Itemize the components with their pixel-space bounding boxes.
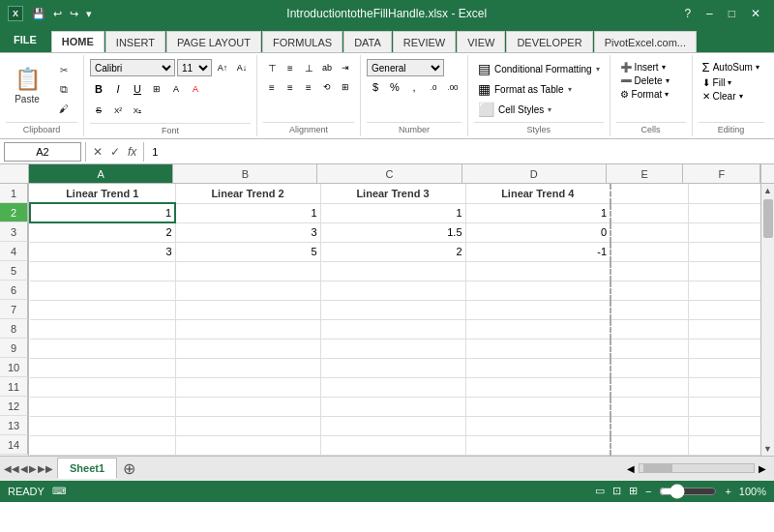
row-header-8[interactable]: 8: [0, 319, 28, 339]
cell-5-C[interactable]: [320, 261, 465, 281]
cell-7-F[interactable]: [688, 300, 760, 319]
tab-page-layout[interactable]: PAGE LAYOUT: [166, 31, 261, 52]
zoom-out-button[interactable]: −: [645, 486, 651, 497]
format-painter-button[interactable]: 🖌: [50, 100, 77, 117]
cell-13-D[interactable]: [465, 416, 610, 435]
cancel-formula-button[interactable]: ✕: [90, 145, 105, 159]
cell-14-D[interactable]: [465, 435, 610, 455]
cell-12-A[interactable]: [30, 397, 175, 416]
cell-4-E[interactable]: [610, 242, 688, 261]
cell-2-A[interactable]: 1: [30, 203, 175, 222]
cell-12-D[interactable]: [465, 397, 610, 416]
row-header-2[interactable]: 2: [0, 203, 28, 222]
cell-14-B[interactable]: [175, 435, 320, 455]
last-sheet-button[interactable]: ▶▶: [38, 463, 53, 474]
confirm-formula-button[interactable]: ✓: [107, 145, 123, 159]
h-scroll-thumb[interactable]: [643, 464, 672, 472]
strikethrough-button[interactable]: S: [90, 102, 107, 119]
cell-13-B[interactable]: [175, 416, 320, 435]
cell-5-F[interactable]: [688, 261, 760, 281]
tab-formulas[interactable]: FORMULAS: [262, 31, 342, 52]
cell-6-E[interactable]: [610, 281, 688, 300]
align-top-button[interactable]: ⊤: [263, 59, 281, 76]
cell-10-C[interactable]: [320, 358, 465, 377]
add-sheet-button[interactable]: ⊕: [117, 459, 141, 478]
row-header-12[interactable]: 12: [0, 397, 28, 416]
insert-button[interactable]: ➕ Insert ▾: [616, 61, 673, 74]
col-header-d[interactable]: D: [462, 164, 607, 184]
col-header-f[interactable]: F: [683, 164, 760, 184]
h-scroll-track[interactable]: [639, 463, 755, 473]
align-left-button[interactable]: ≡: [263, 78, 281, 96]
col-header-e[interactable]: E: [607, 164, 684, 184]
percent-button[interactable]: %: [386, 78, 403, 96]
align-right-button[interactable]: ≡: [300, 78, 317, 96]
cell-3-E[interactable]: [610, 222, 688, 242]
cell-8-D[interactable]: [465, 319, 610, 339]
paste-button[interactable]: 📋 Paste: [6, 57, 48, 113]
font-color-button[interactable]: A: [187, 80, 204, 98]
cell-4-C[interactable]: 2: [320, 242, 465, 261]
bold-button[interactable]: B: [90, 80, 107, 98]
cell-9-B[interactable]: [175, 339, 320, 358]
cell-11-A[interactable]: [30, 377, 175, 397]
cell-3-D[interactable]: 0: [465, 222, 610, 242]
row-header-3[interactable]: 3: [0, 222, 28, 242]
cell-11-C[interactable]: [320, 377, 465, 397]
cell-1-A[interactable]: Linear Trend 1: [30, 184, 175, 203]
autosum-button[interactable]: Σ AutoSum ▾: [699, 59, 763, 75]
row-header-7[interactable]: 7: [0, 300, 28, 319]
font-name-select[interactable]: Calibri: [90, 59, 175, 76]
next-sheet-button[interactable]: ▶: [29, 463, 37, 474]
cell-6-F[interactable]: [688, 281, 760, 300]
increase-decimal-button[interactable]: .0: [425, 78, 442, 96]
name-box[interactable]: [4, 142, 81, 162]
cell-7-C[interactable]: [320, 300, 465, 319]
delete-button[interactable]: ➖ Delete ▾: [616, 74, 673, 87]
scroll-track[interactable]: [761, 197, 774, 442]
view-layout-button[interactable]: ⊡: [612, 485, 621, 497]
wrap-text-button[interactable]: ⟲: [318, 78, 336, 96]
cell-7-A[interactable]: [30, 300, 175, 319]
cell-9-F[interactable]: [688, 339, 760, 358]
format-button[interactable]: ⚙ Format ▾: [616, 88, 673, 101]
cell-13-F[interactable]: [688, 416, 760, 435]
cell-3-F[interactable]: [688, 222, 760, 242]
cell-8-B[interactable]: [175, 319, 320, 339]
redo-button[interactable]: ↪: [67, 7, 81, 21]
cell-1-E[interactable]: [610, 184, 688, 203]
cell-10-B[interactable]: [175, 358, 320, 377]
copy-button[interactable]: ⧉: [50, 80, 77, 98]
row-header-11[interactable]: 11: [0, 377, 28, 397]
view-normal-button[interactable]: ▭: [595, 485, 605, 497]
cell-1-C[interactable]: Linear Trend 3: [320, 184, 465, 203]
maximize-button[interactable]: □: [723, 5, 741, 22]
row-header-9[interactable]: 9: [0, 339, 28, 358]
cell-12-E[interactable]: [610, 397, 688, 416]
merge-button[interactable]: ⊞: [337, 78, 354, 96]
scroll-right-button[interactable]: ▶: [759, 463, 766, 474]
cell-2-B[interactable]: 1: [175, 203, 320, 222]
clear-button[interactable]: ✕ Clear ▾: [699, 90, 763, 103]
vertical-scrollbar[interactable]: ▲ ▼: [760, 184, 774, 456]
format-as-table-button[interactable]: ▦ Format as Table ▾: [474, 79, 604, 99]
cell-3-A[interactable]: 2: [30, 222, 175, 242]
scroll-left-button[interactable]: ◀: [627, 463, 635, 474]
cell-2-C[interactable]: 1: [320, 203, 465, 222]
cell-6-C[interactable]: [320, 281, 465, 300]
decrease-font-button[interactable]: A↓: [233, 59, 251, 76]
cell-10-E[interactable]: [610, 358, 688, 377]
cell-13-A[interactable]: [30, 416, 175, 435]
cell-4-F[interactable]: [688, 242, 760, 261]
col-header-a[interactable]: A: [29, 164, 173, 184]
cell-10-D[interactable]: [465, 358, 610, 377]
fill-color-button[interactable]: A: [167, 80, 185, 98]
cell-2-F[interactable]: [688, 203, 760, 222]
row-header-13[interactable]: 13: [0, 416, 28, 435]
cut-button[interactable]: ✂: [50, 61, 77, 78]
cell-14-C[interactable]: [320, 435, 465, 455]
tab-data[interactable]: DATA: [343, 31, 392, 52]
row-header-14[interactable]: 14: [0, 435, 28, 455]
col-header-b[interactable]: B: [173, 164, 317, 184]
customize-qa-button[interactable]: ▾: [83, 7, 95, 21]
